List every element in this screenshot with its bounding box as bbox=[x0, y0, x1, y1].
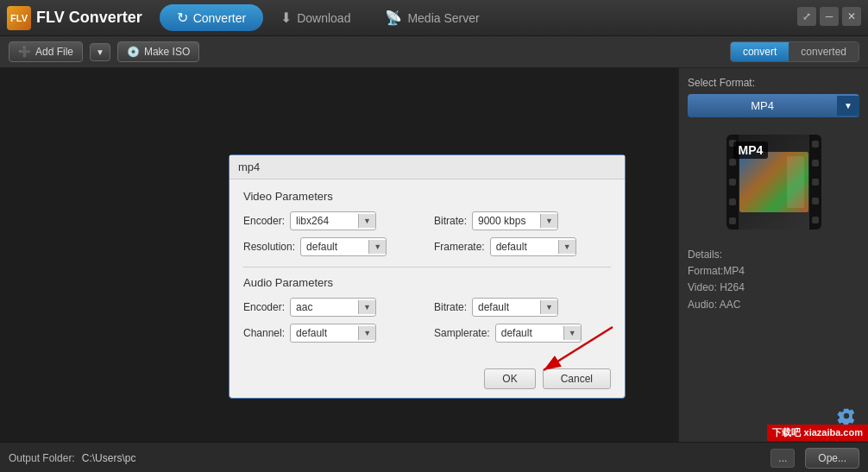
format-dialog: mp4 Video Parameters Encoder: libx264 ▼ … bbox=[229, 154, 626, 399]
close-button[interactable]: ✕ bbox=[842, 7, 861, 26]
encoder-arrow-icon: ▼ bbox=[358, 214, 375, 228]
tab-converter-label: Converter bbox=[193, 11, 246, 25]
framerate-select[interactable]: default ▼ bbox=[490, 237, 576, 256]
audio-bitrate-row: Bitrate: default ▼ bbox=[434, 298, 611, 317]
app-logo: FLV FLV Converter bbox=[7, 6, 142, 30]
cancel-button[interactable]: Cancel bbox=[543, 368, 611, 389]
open-button[interactable]: Ope... bbox=[805, 448, 859, 469]
select-format-label: Select Format: bbox=[688, 77, 755, 89]
film-hole bbox=[729, 159, 736, 166]
tab-media-server[interactable]: 📡 Media Server bbox=[368, 4, 496, 31]
bitrate-value: 9000 kbps bbox=[473, 212, 540, 230]
format-dropdown-arrow-icon: ▼ bbox=[837, 96, 859, 116]
encoder-label: Encoder: bbox=[243, 215, 285, 227]
samplerate-label: Samplerate: bbox=[434, 327, 490, 339]
audio-encoder-label: Encoder: bbox=[243, 301, 285, 313]
dialog-divider bbox=[243, 267, 611, 267]
details-section: Details: Format:MP4 Video: H264 Audio: A… bbox=[688, 247, 745, 313]
resolution-row: Resolution: default ▼ bbox=[243, 237, 420, 256]
output-path: C:\Users\pc bbox=[82, 452, 764, 464]
content-area: 👥 🎬 mp4 Video Parameters Encoder: lib bbox=[0, 68, 678, 442]
bitrate-select[interactable]: 9000 kbps ▼ bbox=[472, 211, 558, 230]
format-dropdown[interactable]: MP4 ▼ bbox=[688, 94, 859, 117]
add-file-button[interactable]: ➕ Add File bbox=[9, 41, 83, 62]
dialog-title: mp4 bbox=[238, 160, 260, 173]
framerate-label: Framerate: bbox=[434, 241, 485, 253]
convert-button[interactable]: convert bbox=[731, 42, 789, 61]
film-hole bbox=[812, 179, 819, 186]
add-file-icon: ➕ bbox=[18, 46, 31, 58]
video-params-grid: Encoder: libx264 ▼ Bitrate: 9000 kbps ▼ bbox=[243, 211, 611, 256]
gear-icon bbox=[837, 406, 856, 425]
tab-converter[interactable]: ↻ Converter bbox=[160, 4, 263, 31]
tab-download[interactable]: ⬇ Download bbox=[263, 4, 368, 31]
encoder-value: libx264 bbox=[291, 212, 358, 230]
make-iso-button[interactable]: 💿 Make ISO bbox=[117, 41, 199, 62]
right-panel: Select Format: MP4 ▼ bbox=[678, 68, 868, 442]
film-hole bbox=[812, 198, 819, 205]
add-file-label: Add File bbox=[35, 46, 73, 58]
details-format: Format:MP4 bbox=[688, 263, 745, 280]
channel-arrow-icon: ▼ bbox=[358, 326, 375, 340]
output-folder-label: Output Folder: bbox=[9, 452, 75, 464]
bitrate-row: Bitrate: 9000 kbps ▼ bbox=[434, 211, 611, 230]
bitrate-label: Bitrate: bbox=[434, 215, 467, 227]
audio-encoder-row: Encoder: aac ▼ bbox=[243, 298, 420, 317]
mp4-film: MP4 bbox=[726, 135, 821, 230]
resolution-arrow-icon: ▼ bbox=[368, 240, 386, 254]
browse-button[interactable]: ... bbox=[771, 449, 795, 468]
make-iso-label: Make ISO bbox=[144, 46, 190, 58]
app-logo-icon: FLV bbox=[7, 6, 31, 30]
framerate-value: default bbox=[491, 238, 558, 255]
title-bar: FLV FLV Converter ↻ Converter ⬇ Download… bbox=[0, 0, 868, 36]
details-audio: Audio: AAC bbox=[688, 297, 745, 313]
encoder-row: Encoder: libx264 ▼ bbox=[243, 211, 420, 230]
dialog-title-bar: mp4 bbox=[230, 155, 625, 179]
audio-encoder-value: aac bbox=[291, 299, 358, 316]
film-strip-right bbox=[809, 135, 821, 230]
film-hole bbox=[812, 217, 819, 223]
audio-bitrate-value: default bbox=[473, 299, 540, 316]
video-params-header: Video Parameters bbox=[243, 190, 611, 203]
nav-tabs: ↻ Converter ⬇ Download 📡 Media Server bbox=[160, 4, 497, 31]
samplerate-select[interactable]: default ▼ bbox=[495, 324, 582, 343]
encoder-select[interactable]: libx264 ▼ bbox=[290, 211, 376, 230]
mp4-label: MP4 bbox=[733, 142, 769, 159]
framerate-row: Framerate: default ▼ bbox=[434, 237, 611, 256]
tab-media-server-label: Media Server bbox=[407, 11, 479, 25]
channel-select[interactable]: default ▼ bbox=[290, 324, 376, 343]
add-file-dropdown-button[interactable]: ▼ bbox=[90, 43, 110, 61]
audio-params-grid: Encoder: aac ▼ Bitrate: default ▼ bbox=[243, 298, 611, 343]
watermark: 下载吧 xiazaiba.com bbox=[767, 425, 868, 441]
film-hole bbox=[729, 217, 736, 224]
minimize-button[interactable]: ─ bbox=[820, 7, 839, 26]
audio-bitrate-arrow-icon: ▼ bbox=[540, 300, 557, 314]
tab-download-label: Download bbox=[297, 11, 350, 25]
toolbar: ➕ Add File ▼ 💿 Make ISO convert converte… bbox=[0, 36, 868, 68]
audio-bitrate-select[interactable]: default ▼ bbox=[472, 298, 558, 317]
samplerate-value: default bbox=[496, 324, 563, 342]
framerate-arrow-icon: ▼ bbox=[558, 240, 576, 254]
maximize-button[interactable]: ⤢ bbox=[797, 7, 816, 26]
app-title: FLV Converter bbox=[36, 9, 142, 27]
audio-encoder-arrow-icon: ▼ bbox=[358, 300, 375, 314]
resolution-value: default bbox=[301, 238, 368, 255]
output-bar: Output Folder: C:\Users\pc ... Ope... bbox=[0, 442, 868, 472]
converter-icon: ↻ bbox=[177, 9, 188, 26]
main-area: 👥 🎬 mp4 Video Parameters Encoder: lib bbox=[0, 68, 868, 442]
format-value: MP4 bbox=[688, 94, 837, 117]
make-iso-icon: 💿 bbox=[127, 46, 140, 58]
film-hole bbox=[729, 198, 736, 205]
ok-button[interactable]: OK bbox=[484, 368, 535, 389]
converted-button[interactable]: converted bbox=[789, 42, 859, 61]
convert-toggle: convert converted bbox=[730, 41, 859, 62]
film-hole bbox=[729, 179, 736, 186]
media-server-icon: 📡 bbox=[385, 9, 402, 26]
channel-row: Channel: default ▼ bbox=[243, 324, 420, 343]
resolution-select[interactable]: default ▼ bbox=[300, 237, 387, 256]
audio-encoder-select[interactable]: aac ▼ bbox=[290, 298, 376, 317]
channel-value: default bbox=[291, 324, 358, 342]
details-label: Details: bbox=[688, 247, 745, 263]
film-hole bbox=[812, 141, 819, 148]
window-controls: ⤢ ─ ✕ bbox=[797, 7, 861, 26]
